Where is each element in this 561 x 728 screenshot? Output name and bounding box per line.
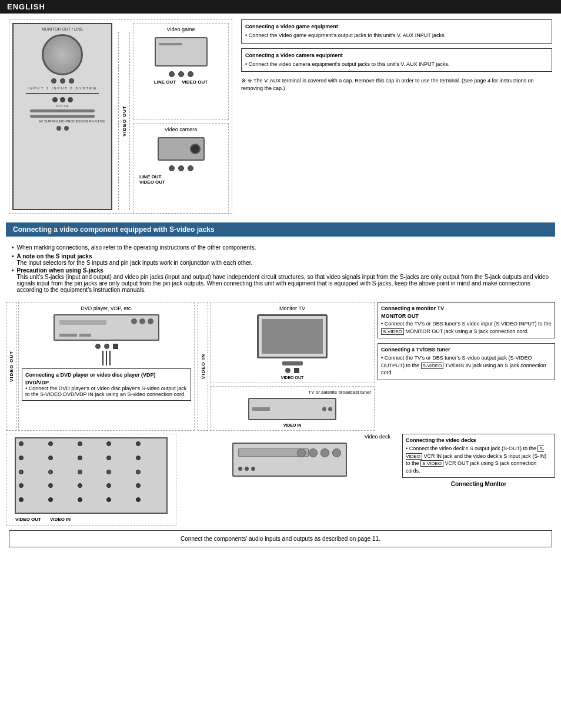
slider [30, 109, 94, 112]
game-conn [178, 71, 184, 77]
aux-note: ※ ※ The V. AUX terminal is covered with … [241, 77, 552, 92]
dvd-info-text: • Connect the DVD player's or video disc… [25, 385, 188, 397]
model-label: AV SURROUND PROCESSOR RX-V1700 [16, 119, 108, 123]
dvd-device-label: DVD player, VDP, etc. [22, 305, 191, 311]
game-port-labels: LINE OUT VIDEO OUT [133, 79, 228, 85]
game-conn [188, 71, 193, 77]
vcr-buttons [238, 467, 255, 471]
console-slot [159, 43, 182, 45]
line-out-cam-label: LINE OUT [139, 174, 228, 179]
connecting-text: Connecting MonItor [451, 481, 506, 487]
bullet-bold-3: Precaution when using S-jacks [17, 267, 103, 274]
r-conn [136, 483, 141, 488]
r-conn [48, 456, 53, 460]
dvd-conn [95, 344, 101, 349]
video-camera-label: Video camera [133, 127, 228, 132]
video-game-box: Video game LINE OUT VIDEO OUT [133, 23, 229, 120]
cable-line [106, 351, 107, 365]
video-deck-info-box: Connecting the video decks • Connect the… [402, 434, 555, 478]
output-dot [52, 97, 58, 102]
dvd-slot [59, 320, 106, 325]
video-game-info-box: Connecting a Video game equipment • Conn… [241, 19, 552, 44]
dvd-info-box: Connecting a DVD player or video disc pl… [22, 368, 191, 401]
bullet-content-3: Precaution when using S-jacks This unit'… [17, 267, 549, 293]
dvd-player-shape [54, 314, 159, 341]
r-conn [19, 470, 24, 474]
control-dot [60, 78, 65, 84]
r-conn [136, 470, 141, 474]
video-out-cam-label: VIDEO OUT [139, 179, 228, 185]
dvd-cable-lines [22, 351, 191, 365]
r-conn [19, 497, 24, 502]
vin-bottom-label: VIDEO IN [50, 517, 71, 522]
dial-circle [42, 34, 83, 75]
game-console [155, 37, 208, 67]
bullet-item-3: • Precaution when using S-jacks This uni… [12, 267, 549, 293]
monitor-info-title: Connecting a monitor TV [381, 305, 552, 311]
footer-note: Connect the components' audio inputs and… [9, 530, 552, 547]
dvd-btns [131, 318, 153, 324]
bullet-sub-3: This unit's S-jacks (input and output) a… [17, 274, 549, 293]
connector [56, 126, 61, 131]
r-conn [48, 497, 53, 502]
tuner-info-text: • Connect the TV's or DBS tuner's S-vide… [381, 354, 552, 377]
vd-info-title: Connecting the video decks [406, 437, 552, 443]
section-title: Connecting a video component equipped wi… [13, 225, 215, 234]
vcr-reel [309, 448, 318, 457]
video-out-below-monitor: VIDEO OUT [213, 375, 371, 380]
tuner-controls [252, 407, 270, 411]
vg-info-text: • Connect the Video game equipment's out… [245, 32, 548, 39]
bottom-row-section: VIDEO OUT VIDEO IN Video deck Co [6, 434, 555, 526]
vcr-btn [238, 467, 242, 471]
tuner-shape [248, 398, 336, 420]
video-cam-info-box: Connecting a Video camera equipment • Co… [241, 48, 552, 72]
bullet-text-1: When marking connections, also refer to … [17, 244, 256, 251]
top-diagram-area: MONITOR OUT / LINE INPUT 1 INPUT 2 SYSTE… [9, 19, 232, 214]
right-info-col: Connecting a monitor TV MONITOR OUT • Co… [378, 302, 555, 431]
bullet-section: • When marking connections, also refer t… [0, 240, 561, 299]
receiver-labels: VIDEO OUT VIDEO IN [9, 517, 173, 522]
video-out-vert-container: VIDEO OUT [6, 302, 16, 431]
dvd-conn-rect [113, 344, 118, 349]
monitor-tv-section: Monitor TV VIDEO OUT [210, 302, 375, 383]
vcr-shape [232, 443, 347, 477]
r-conn [48, 441, 53, 446]
cam-conn [178, 165, 184, 171]
dvd-info-title: Connecting a DVD player or video disc pl… [25, 372, 188, 378]
tuner-label: TV or satellite broadcast tuner [213, 390, 371, 395]
dvd-sub-title: DVD/VDP [25, 380, 188, 385]
monitor-out-sub: MONITOR OUT [381, 313, 552, 319]
dvd-connectors [22, 344, 191, 349]
left-diagram-col: VIDEO OUT DVD player, VDP, etc. [6, 302, 195, 431]
divider-line [26, 93, 99, 94]
s-video-badge: S-VIDEO [381, 328, 404, 335]
receiver-connectors-grid [19, 441, 163, 510]
vert-video-in: VIDEO IN [201, 354, 206, 379]
monitor-line-label: MONITOR OUT / LINE [16, 27, 108, 31]
control-dot [69, 78, 74, 84]
connector [64, 126, 69, 131]
vcr-reel [320, 448, 329, 457]
tuner-display [252, 407, 270, 411]
vout-game-label: VIDEO OUT [182, 79, 208, 85]
r-conn [78, 470, 82, 474]
video-deck-section: Video deck [179, 434, 399, 526]
vert-video-out-label: VIDEO OUT [118, 32, 130, 210]
line-out-game-label: LINE OUT [154, 79, 176, 85]
slider [30, 115, 94, 118]
r-conn [19, 456, 24, 460]
bullet-content-2: A note on the S input jacks The input se… [17, 253, 253, 266]
vcr-reel [297, 448, 306, 457]
top-info-panel: Connecting a Video game equipment • Conn… [238, 19, 552, 214]
cable-line [102, 351, 103, 365]
camera-lens [190, 144, 201, 154]
monitor-conns [213, 368, 371, 373]
page-header: ENGLISH [0, 0, 561, 14]
monitor-screen [262, 319, 323, 354]
dvd-indicator [59, 334, 77, 337]
r-conn [78, 441, 82, 446]
vcr-btn [251, 467, 255, 471]
cable-line [109, 351, 111, 365]
bottom-diagram-1: VIDEO OUT DVD player, VDP, etc. [6, 302, 555, 431]
monitor-stand [282, 361, 303, 365]
